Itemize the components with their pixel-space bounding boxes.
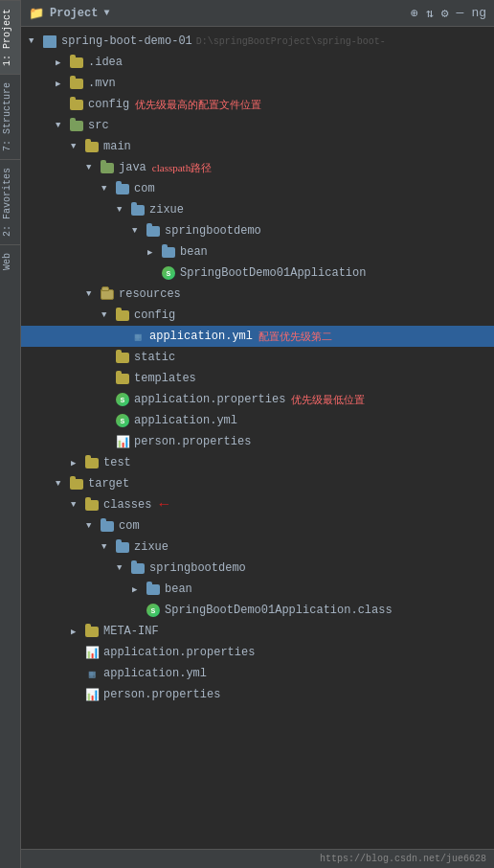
tree-item-bean[interactable]: bean xyxy=(21,241,494,263)
tab-project[interactable]: 1: Project xyxy=(0,0,20,74)
tree-item-classes[interactable]: classes ← xyxy=(21,494,494,515)
label-mvn: .mvn xyxy=(88,77,116,90)
folder-icon-zixue xyxy=(130,202,146,217)
tree-item-com2[interactable]: com xyxy=(21,515,494,537)
label-person-props: person.properties xyxy=(134,435,251,448)
annotation-config-top: 优先级最高的配置文件位置 xyxy=(135,98,261,112)
status-bar: https://blog.csdn.net/jue6628 xyxy=(21,849,494,868)
tree-item-person-props[interactable]: 📊 person.properties xyxy=(21,431,494,452)
tree-item-bean2[interactable]: bean xyxy=(21,579,494,600)
tree-item-zixue2[interactable]: zixue xyxy=(21,537,494,558)
tree-item-com[interactable]: com xyxy=(21,178,494,199)
arrow-mvn xyxy=(56,79,69,89)
label-springbootdemo: springbootdemo xyxy=(165,224,261,238)
tree-item-config[interactable]: config xyxy=(21,305,494,326)
label-zixue: zixue xyxy=(149,203,184,217)
tree-item-resources[interactable]: resources xyxy=(21,284,494,305)
red-arrow-classes: ← xyxy=(159,496,168,514)
label-bean2: bean xyxy=(165,582,192,596)
arrow-bean2 xyxy=(132,584,146,595)
tree-item-meta-inf[interactable]: META-INF xyxy=(21,621,494,642)
tree-item-app-properties2[interactable]: 📊 application.properties xyxy=(21,642,494,663)
label-test: test xyxy=(103,456,131,469)
label-app-yml: application.yml xyxy=(134,414,237,427)
properties-icon3: 📊 xyxy=(84,687,100,702)
properties-icon2: 📊 xyxy=(84,645,100,660)
label-app-yml-config: application.yml xyxy=(149,330,253,343)
side-tab-bar: 1: Project 7: Structure 2: Favorites Web xyxy=(0,0,21,868)
arrow-zixue2 xyxy=(101,542,115,552)
label-springbootapp2: SpringBootDemo01Application.class xyxy=(165,604,393,617)
sort-icon[interactable]: ⇅ xyxy=(426,6,434,21)
tree-item-root[interactable]: spring-boot-demo-01 D:\springBootProject… xyxy=(21,31,494,52)
yaml-table-icon: ▦ xyxy=(130,329,146,344)
label-zixue2: zixue xyxy=(134,540,168,554)
springboot-icon: S xyxy=(161,265,176,281)
arrow-com xyxy=(101,184,115,194)
tree-item-springbootdemo2[interactable]: springbootdemo xyxy=(21,558,494,579)
springboot-icon2: S xyxy=(146,603,161,618)
tab-web[interactable]: Web xyxy=(0,244,20,278)
folder-icon-meta-inf xyxy=(84,624,100,639)
label-resources: resources xyxy=(119,287,181,301)
tree-item-idea[interactable]: .idea xyxy=(21,52,494,73)
folder-icon-springbootdemo2 xyxy=(130,560,146,576)
label-root: spring-boot-demo-01 xyxy=(61,34,192,48)
tree-item-springbootapp2[interactable]: S SpringBootDemo01Application.class xyxy=(21,600,494,621)
folder-icon-zixue2 xyxy=(115,539,130,555)
folder-icon-test xyxy=(84,455,100,470)
label-app-properties2: application.properties xyxy=(103,646,255,659)
label-target: target xyxy=(88,477,129,491)
label-com2: com xyxy=(119,519,140,533)
tree-item-mvn[interactable]: .mvn xyxy=(21,73,494,94)
folder-icon-mvn xyxy=(69,76,84,91)
label-templates: templates xyxy=(134,372,196,385)
folder-icon-src xyxy=(69,118,84,133)
tree-item-springbootapp[interactable]: S SpringBootDemo01Application xyxy=(21,263,494,284)
toolbar: 📁 Project ▼ ⊕ ⇅ ⚙ — ng xyxy=(21,0,494,27)
main-panel: 📁 Project ▼ ⊕ ⇅ ⚙ — ng spring-boot-demo-… xyxy=(21,0,494,868)
label-meta-inf: META-INF xyxy=(103,625,159,638)
folder-icon-config-top xyxy=(69,97,84,112)
tree-item-app-yml[interactable]: S application.yml xyxy=(21,410,494,431)
folder-icon-idea xyxy=(69,55,84,70)
project-tree[interactable]: spring-boot-demo-01 D:\springBootProject… xyxy=(21,27,494,849)
arrow-zixue xyxy=(117,205,130,215)
annotation-app-yml-config: 配置优先级第二 xyxy=(258,330,332,344)
tree-item-main[interactable]: main xyxy=(21,136,494,157)
tree-item-static[interactable]: static xyxy=(21,347,494,368)
tree-item-config-top[interactable]: config 优先级最高的配置文件位置 xyxy=(21,94,494,115)
arrow-bean xyxy=(147,247,161,258)
toolbar-actions: ⊕ ⇅ ⚙ — ng xyxy=(411,6,486,21)
tab-structure[interactable]: 7: Structure xyxy=(0,74,20,159)
tree-item-target[interactable]: target xyxy=(21,473,494,494)
tree-item-app-yml-config[interactable]: ▦ application.yml 配置优先级第二 xyxy=(21,326,494,347)
toolbar-dropdown-arrow[interactable]: ▼ xyxy=(103,8,109,18)
locate-icon[interactable]: ⊕ xyxy=(411,6,418,21)
tree-item-src[interactable]: src xyxy=(21,115,494,136)
label-app-properties: application.properties xyxy=(134,393,285,406)
annotation-app-properties: 优先级最低位置 xyxy=(291,393,365,407)
tree-item-app-yml2[interactable]: ▦ application.yml xyxy=(21,663,494,684)
tree-item-templates[interactable]: templates xyxy=(21,368,494,389)
tree-item-person-props2[interactable]: 📊 person.properties xyxy=(21,684,494,705)
arrow-main xyxy=(71,142,84,151)
label-main: main xyxy=(103,140,131,153)
tree-item-zixue[interactable]: zixue xyxy=(21,199,494,220)
tree-item-springbootdemo[interactable]: springbootdemo xyxy=(21,220,494,241)
folder-icon-resources xyxy=(100,286,115,302)
minimize-icon[interactable]: — xyxy=(457,6,464,20)
project-icon xyxy=(42,34,57,49)
folder-icon-springbootdemo xyxy=(146,223,161,239)
label-person-props2: person.properties xyxy=(103,688,220,701)
folder-icon-java xyxy=(100,160,115,175)
folder-icon-config xyxy=(115,308,130,323)
tree-item-test[interactable]: test xyxy=(21,452,494,473)
settings-icon[interactable]: ⚙ xyxy=(441,6,449,21)
tab-favorites[interactable]: 2: Favorites xyxy=(0,159,20,244)
properties-icon: 📊 xyxy=(115,434,130,449)
arrow-config xyxy=(101,310,115,320)
tree-item-java[interactable]: java classpath路径 xyxy=(21,157,494,178)
label-springbootapp: SpringBootDemo01Application xyxy=(180,266,366,280)
tree-item-app-properties[interactable]: S application.properties 优先级最低位置 xyxy=(21,389,494,410)
